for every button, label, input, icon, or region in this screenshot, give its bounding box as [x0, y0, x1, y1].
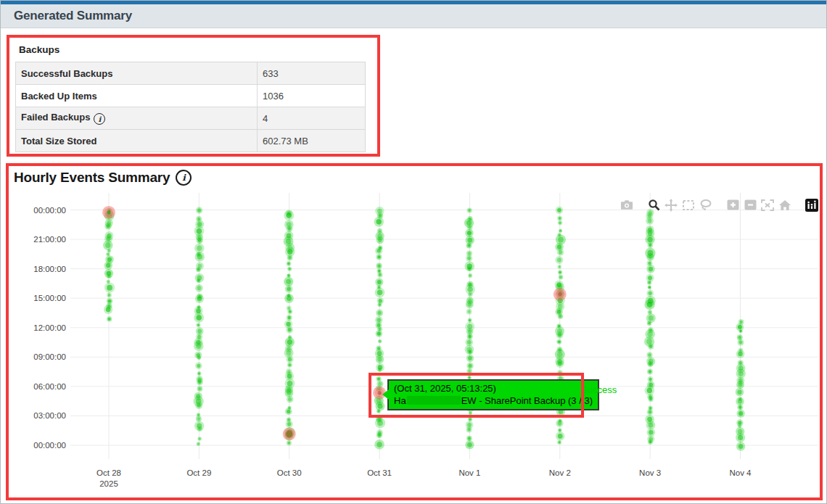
page-header: Generated Summary	[1, 1, 826, 28]
table-row: Failed Backupsi4	[16, 107, 366, 130]
table-row: Total Size Stored602.73 MB	[16, 130, 366, 152]
tooltip-arrow	[382, 389, 389, 400]
tooltip-timestamp: (Oct 31, 2025, 05:13:25)	[394, 382, 593, 394]
tooltip-trace-label: Success	[581, 384, 617, 395]
camera-icon[interactable]	[620, 199, 633, 211]
row-label: Failed Backupsi	[16, 107, 258, 130]
row-label: Successful Backups	[16, 62, 258, 85]
lasso-icon[interactable]	[699, 199, 712, 211]
plotly-logo-icon[interactable]	[805, 199, 818, 211]
chart-modebar	[620, 199, 818, 211]
tooltip-event-name: HaEW - SharePoint Backup (3 / 3)	[394, 394, 593, 407]
info-icon[interactable]: i	[176, 170, 192, 186]
row-label: Total Size Stored	[16, 130, 258, 152]
page-title: Generated Summary	[14, 9, 132, 23]
home-icon[interactable]	[778, 199, 791, 211]
chart-hover-tooltip: (Oct 31, 2025, 05:13:25) HaEW - SharePoi…	[387, 379, 599, 410]
zoom-out-icon[interactable]	[744, 199, 757, 211]
backups-table: Successful Backups633Backed Up Items1036…	[15, 62, 366, 152]
autoscale-icon[interactable]	[761, 199, 774, 211]
row-value: 4	[258, 107, 366, 130]
info-icon[interactable]: i	[94, 113, 105, 125]
row-value: 602.73 MB	[258, 130, 366, 152]
hourly-events-annotation-box: Hourly Events Summary i	[6, 163, 823, 500]
pan-icon[interactable]	[665, 199, 678, 211]
row-value: 633	[258, 62, 366, 85]
backups-summary-annotation-box: Backups Successful Backups633Backed Up I…	[7, 35, 380, 157]
redacted-text-block	[407, 396, 461, 405]
zoom-in-icon[interactable]	[726, 199, 739, 211]
backups-section-title: Backups	[19, 44, 377, 55]
box-select-icon[interactable]	[682, 199, 695, 211]
table-row: Backed Up Items1036	[16, 85, 366, 107]
zoom-icon[interactable]	[647, 199, 660, 211]
generated-summary-page: Generated Summary 00:00:0021:00:0018:00:…	[0, 0, 827, 504]
row-value: 1036	[258, 85, 366, 107]
row-label: Backed Up Items	[16, 85, 258, 107]
table-row: Successful Backups633	[16, 62, 366, 85]
hourly-events-title: Hourly Events Summary	[14, 170, 170, 186]
